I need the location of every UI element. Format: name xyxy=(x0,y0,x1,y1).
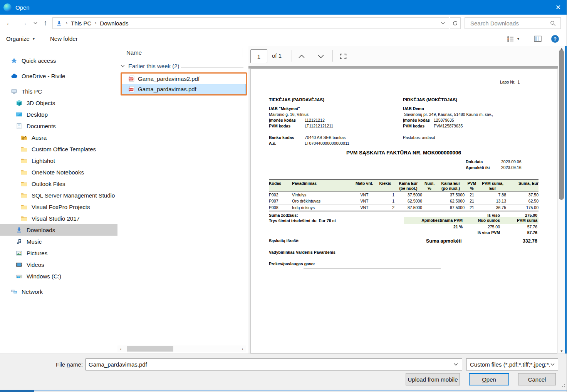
music-icon xyxy=(16,238,22,245)
breadcrumb-this-pc[interactable]: This PC xyxy=(71,20,91,27)
vertical-scrollbar-thumb[interactable] xyxy=(559,50,564,200)
sidebar-item-label: Windows (C:) xyxy=(27,273,61,280)
navigation-bar: ← → ↑ › This PC › Downloads xyxy=(0,15,567,31)
sidebar-item-documents[interactable]: Documents xyxy=(0,120,117,132)
file-row-gama-pardavimas-pdf[interactable]: PDFGama_pardavimas.pdf xyxy=(122,84,246,94)
sidebar-item-label: OneNote Notebooks xyxy=(32,169,84,176)
vertical-scrollbar[interactable]: ▲ ▼ xyxy=(558,46,565,353)
fit-to-page-button[interactable] xyxy=(337,50,349,62)
sidebar-item-onedrive-rivile[interactable]: OneDrive - Rivile xyxy=(0,70,117,82)
vat-sum-label: PVM suma xyxy=(499,218,537,223)
star-icon xyxy=(11,57,17,64)
sidebar-item-videos[interactable]: Videos xyxy=(0,259,117,270)
sidebar-item-label: Pictures xyxy=(27,250,47,256)
previous-page-button[interactable] xyxy=(295,50,308,62)
preview-pane-button[interactable] xyxy=(534,31,542,46)
sidebar-item-network[interactable]: Network xyxy=(0,286,117,297)
refresh-button[interactable] xyxy=(450,17,461,29)
help-icon: ? xyxy=(551,35,559,43)
group-header-line xyxy=(181,67,243,68)
sidebar-item-label: Downloads xyxy=(27,227,55,233)
table-header-pvm: PVM% xyxy=(465,180,479,192)
file-type-select[interactable]: Custom files (*.pdf;*.tiff;*.jpeg;*. xyxy=(466,358,558,370)
new-folder-button[interactable]: New folder xyxy=(50,31,78,46)
sidebar-item-label: 3D Objects xyxy=(27,100,55,106)
sidebar-item-outlook-files[interactable]: Outlook Files xyxy=(0,178,117,189)
upload-from-mobile-button[interactable]: Upload from mobile xyxy=(406,373,460,385)
scroll-left-icon[interactable]: ‹ xyxy=(117,345,124,352)
supplier-vat: LT11212121211 xyxy=(305,124,333,128)
sidebar-item-this-pc[interactable]: This PC xyxy=(0,85,117,97)
dropdown-caret-icon: ▼ xyxy=(517,37,520,41)
goods-received-label: Prekes/paslaugas gavo: xyxy=(269,261,315,266)
keyfolder-icon xyxy=(21,134,27,141)
forward-button: → xyxy=(18,15,29,31)
buyer-header: PIRKĖJAS (MOKĖTOJAS) xyxy=(403,97,457,102)
file-name-label: File name: xyxy=(56,361,83,368)
navigation-pane: Quick accessOneDrive - RivileThis PC3D O… xyxy=(0,46,117,353)
sidebar-item-3d-objects[interactable]: 3D Objects xyxy=(0,97,117,109)
file-row-gama-pardavimas2-pdf[interactable]: PDFGama_pardavimas2.pdf xyxy=(122,74,246,84)
sidebar-item-sql-server-management-studio[interactable]: SQL Server Management Studio xyxy=(0,189,117,201)
address-bar[interactable]: › This PC › Downloads xyxy=(52,17,449,29)
supplier-account: LT070440000000000011 xyxy=(305,141,349,146)
folder-icon xyxy=(21,204,27,210)
back-button[interactable]: ← xyxy=(4,15,15,31)
resize-grip[interactable] xyxy=(561,383,565,387)
address-dropdown-chevron-icon[interactable] xyxy=(441,22,445,24)
page-number-input[interactable] xyxy=(250,49,267,63)
scroll-right-icon[interactable]: › xyxy=(239,345,246,352)
buyer-company-code: 125879635 xyxy=(434,118,454,122)
folder-icon xyxy=(21,192,27,199)
open-button[interactable]: Open xyxy=(469,373,509,385)
supplier-bank: 70440 AB SEB bankas xyxy=(305,135,346,140)
sidebar-item-label: This PC xyxy=(22,88,42,95)
sidebar-item-onenote-notebooks[interactable]: OneNote Notebooks xyxy=(0,166,117,178)
scroll-down-icon[interactable]: ▼ xyxy=(558,349,565,353)
buyer-vat: PVM125879635 xyxy=(434,124,463,128)
horizontal-scrollbar[interactable]: ‹ › xyxy=(117,345,246,352)
invoice-row-p002: P002VirdulysVNT137.500037.5000217.8837.5… xyxy=(269,192,538,198)
due-date: 2023.09.16 xyxy=(501,165,522,170)
help-button[interactable]: ? xyxy=(551,31,559,46)
file-name-dropdown-chevron-icon[interactable] xyxy=(454,363,458,366)
table-header-kiekis: Kiekis xyxy=(376,180,394,192)
file-name-input[interactable] xyxy=(86,361,454,368)
downloads-folder-icon xyxy=(56,20,62,27)
file-name: Gama_pardavimas.pdf xyxy=(138,86,196,92)
sidebar-item-pictures[interactable]: Pictures xyxy=(0,247,117,259)
preview-right-edge xyxy=(565,46,567,353)
sidebar-item-ausra[interactable]: Ausra xyxy=(0,132,117,143)
breadcrumb-downloads[interactable]: Downloads xyxy=(100,20,128,27)
sidebar-item-desktop[interactable]: Desktop xyxy=(0,109,117,120)
recent-locations-chevron-icon[interactable] xyxy=(32,15,39,31)
file-name: Gama_pardavimas2.pdf xyxy=(138,75,200,82)
search-icon[interactable] xyxy=(550,20,556,26)
sidebar-item-label: SQL Server Management Studio xyxy=(32,192,115,199)
video-icon xyxy=(16,261,22,268)
up-button[interactable]: ↑ xyxy=(40,15,51,31)
next-page-button[interactable] xyxy=(315,50,327,62)
search-input[interactable] xyxy=(465,20,550,27)
column-separator[interactable] xyxy=(243,48,243,57)
sidebar-item-lightshot[interactable]: Lightshot xyxy=(0,155,117,166)
sidebar-item-quick-access[interactable]: Quick access xyxy=(0,55,117,66)
view-mode-button[interactable]: ▼ xyxy=(507,31,520,46)
organize-button[interactable]: Organize▼ xyxy=(6,31,35,46)
svg-text:PDF: PDF xyxy=(129,78,133,80)
sidebar-item-windows-c[interactable]: Windows (C:) xyxy=(0,270,117,282)
group-header[interactable]: Earlier this week (2) xyxy=(121,63,179,69)
sidebar-item-music[interactable]: Music xyxy=(0,236,117,247)
sidebar-item-visual-foxpro-projects[interactable]: Visual FoxPro Projects xyxy=(0,201,117,213)
table-header-nuol: Nuol. % xyxy=(422,180,437,192)
close-icon[interactable]: ✕ xyxy=(549,0,567,15)
name-column-header[interactable]: Name xyxy=(126,49,142,56)
sidebar-item-custom-office-templates[interactable]: Custom Office Templates xyxy=(0,143,117,155)
horizontal-scrollbar-thumb[interactable] xyxy=(127,346,173,352)
sidebar-item-visual-studio-2017[interactable]: Visual Studio 2017 xyxy=(0,213,117,224)
cancel-button[interactable]: Cancel xyxy=(518,373,556,385)
sidebar-item-label: Desktop xyxy=(27,111,48,118)
sidebar-item-label: Visual FoxPro Projects xyxy=(32,204,90,210)
doc-date: 2023.09.06 xyxy=(501,159,522,164)
sidebar-item-downloads[interactable]: Downloads xyxy=(0,224,117,236)
